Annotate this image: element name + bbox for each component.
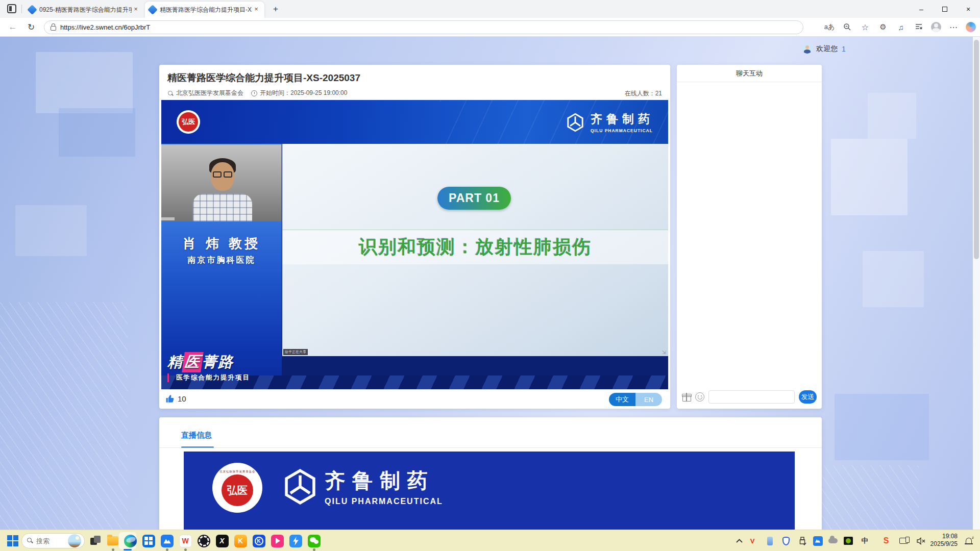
wps-office-icon[interactable]: W: [179, 534, 192, 547]
taskbar-clock[interactable]: 19:08 2025/9/25: [930, 533, 958, 548]
live-main-card: 精医菁路医学综合能力提升项目-XS-2025037 北京弘医医学发展基金会 开始…: [159, 65, 670, 409]
scrollbar-thumb[interactable]: [974, 40, 979, 259]
language-cn-button[interactable]: 中文: [609, 393, 635, 406]
deco-rect: [36, 52, 133, 113]
notification-bell-icon[interactable]: [965, 536, 973, 544]
tray-cast-device-icon[interactable]: [898, 536, 909, 546]
thumbs-up-icon: [165, 394, 175, 404]
close-button[interactable]: ×: [957, 0, 980, 18]
tray-usb-device-icon[interactable]: [765, 536, 775, 546]
emoji-icon[interactable]: [695, 392, 704, 402]
translate-icon[interactable]: aあ: [824, 21, 835, 33]
online-count: 在线人数：21: [625, 89, 662, 98]
tray-volume-muted-icon[interactable]: [916, 536, 926, 546]
browser-tab-1[interactable]: 0925-精医菁路医学综合能力提升项目 ×: [24, 2, 144, 18]
stream-title: 精医菁路医学综合能力提升项目-XS-2025037: [167, 71, 662, 85]
qilu-logo: 齐鲁制药 QILU PHARMACEUTICAL: [565, 111, 654, 133]
wechat-icon[interactable]: [307, 534, 321, 547]
url-text[interactable]: https://live2.swnet.cn/6opJrbrT: [60, 23, 150, 31]
copilot-icon[interactable]: [966, 22, 976, 32]
player-action-bar: 10 中文 EN: [161, 389, 668, 409]
tab-close-icon[interactable]: ×: [252, 6, 260, 14]
tray-v-app-icon[interactable]: V: [747, 536, 757, 546]
tray-chevron-up-icon[interactable]: [734, 536, 744, 546]
tray-ime-icon[interactable]: 中: [860, 536, 870, 546]
chat-panel: 聊天互动 发送: [677, 65, 822, 409]
language-toggle[interactable]: 中文 EN: [609, 393, 662, 406]
gift-icon[interactable]: [682, 392, 691, 402]
taskbar-search[interactable]: [21, 533, 85, 548]
search-highlight-image[interactable]: [68, 534, 81, 547]
favorites-star-icon[interactable]: ☆: [860, 21, 871, 33]
deco-rect: [868, 93, 916, 139]
welcome-count[interactable]: 1: [842, 45, 846, 53]
tab-close-icon[interactable]: ×: [132, 6, 140, 14]
sponsor-name-cn: 齐鲁制药: [325, 467, 443, 495]
page-scrollbar[interactable]: [973, 37, 980, 530]
refresh-icon[interactable]: ↻: [26, 22, 37, 33]
media-control-icon[interactable]: ♫: [895, 21, 906, 33]
language-en-button[interactable]: EN: [635, 393, 662, 406]
qilu-hexagon-icon: [281, 467, 320, 506]
zoom-out-icon[interactable]: [842, 21, 853, 33]
running-indicator: [166, 548, 168, 551]
capcut-icon[interactable]: X: [215, 534, 229, 547]
address-bar[interactable]: https://live2.swnet.cn/6opJrbrT: [44, 20, 803, 34]
chat-message-list[interactable]: [677, 82, 822, 386]
tray-nvidia-icon[interactable]: [843, 536, 853, 546]
collections-icon[interactable]: [913, 21, 924, 33]
slide-title: 识别和预测：放射性肺损伤: [282, 235, 668, 260]
webcam-name-tag: [161, 217, 175, 220]
edge-icon[interactable]: [124, 534, 137, 547]
settings-menu-icon[interactable]: ⋯: [948, 21, 959, 33]
microsoft-store-icon[interactable]: [142, 534, 155, 547]
back-icon[interactable]: ←: [7, 22, 18, 32]
mountain-app-icon[interactable]: [160, 534, 174, 547]
clock-date: 2025/9/25: [930, 540, 958, 548]
user-avatar[interactable]: [802, 44, 812, 54]
running-indicator: [313, 548, 315, 551]
lock-icon: [51, 26, 56, 31]
organizer-name: 北京弘医医学发展基金会: [176, 89, 243, 97]
speaker-glasses: [224, 171, 232, 178]
blue-lightning-app-icon[interactable]: [289, 534, 302, 547]
tab-workspaces-icon[interactable]: [7, 4, 16, 13]
tray-sogou-icon[interactable]: S: [881, 536, 891, 546]
minimize-button[interactable]: –: [910, 0, 933, 18]
deco-lines: [0, 302, 128, 530]
welcome-label: 欢迎您: [816, 44, 838, 54]
clock-time: 19:08: [930, 533, 958, 540]
resize-icon[interactable]: ⇲: [662, 349, 666, 355]
speaker-webcam: [161, 145, 281, 221]
karaoke-app-icon[interactable]: K: [234, 534, 247, 547]
tray-security-shield-icon[interactable]: [781, 536, 791, 546]
chat-input[interactable]: [708, 390, 795, 404]
extensions-icon[interactable]: ⚙: [877, 21, 889, 33]
start-button[interactable]: [6, 534, 19, 547]
obs-studio-icon[interactable]: [197, 534, 210, 547]
deco-rect: [59, 108, 135, 157]
browser-tab-2-active[interactable]: 精医菁路医学综合能力提升项目-XS ×: [145, 2, 264, 18]
send-button[interactable]: 发送: [799, 390, 817, 404]
pink-video-app-icon[interactable]: [271, 534, 284, 547]
tray-cloud-icon[interactable]: [828, 536, 838, 546]
task-view-button[interactable]: [89, 534, 102, 547]
tray-mountain-app-icon[interactable]: [813, 536, 823, 546]
tray-remove-hardware-icon[interactable]: [797, 536, 807, 546]
profile-avatar[interactable]: [931, 22, 941, 32]
organizer-icon: [167, 90, 174, 96]
running-indicator: [112, 548, 114, 551]
tab-live-info[interactable]: 直播信息: [181, 431, 212, 440]
video-player[interactable]: 弘医 齐鲁制药 QILU PHARMACEUTICAL: [161, 100, 668, 389]
sponsor-name-en: QILU PHARMACEUTICAL: [591, 128, 654, 133]
windows-taskbar: W X K K V 中 S 19:08 2025/9/25: [0, 530, 980, 551]
running-indicator: [184, 548, 187, 551]
deco-rect: [863, 251, 924, 307]
like-button[interactable]: 10: [165, 394, 186, 404]
search-input[interactable]: [36, 537, 65, 545]
slide-part-badge: PART 01: [437, 187, 511, 210]
kwai-app-icon[interactable]: K: [252, 534, 265, 547]
maximize-button[interactable]: [933, 0, 957, 18]
file-explorer-icon[interactable]: [106, 534, 119, 547]
new-tab-button[interactable]: +: [271, 4, 281, 14]
